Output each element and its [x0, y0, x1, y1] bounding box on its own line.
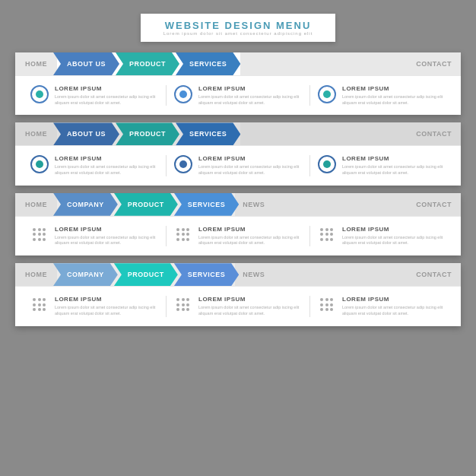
content-area-1: LOREM IPSUM Lorem ipsum dolor sit amet c… — [15, 75, 461, 115]
circle-icon-4 — [30, 155, 49, 173]
circle-inner-1 — [36, 90, 43, 98]
content-title-1-1: LOREM IPSUM — [55, 85, 158, 92]
grid-icon-5 — [174, 296, 192, 314]
content-desc-1-2: Lorem ipsum dolor sit amet consectetur a… — [198, 94, 302, 106]
nav-bar-1: HOME ABOUT US PRODUCT SERVICES CONTACT — [15, 52, 461, 75]
nav-bar-4: HOME COMPANY PRODUCT SERVICES NEWS CONTA… — [15, 263, 461, 286]
content-col-4-3: LOREM IPSUM Lorem ipsum dolor sit amet c… — [310, 296, 453, 316]
nav-about-1[interactable]: ABOUT US — [53, 52, 119, 75]
nav-company-3[interactable]: COMPANY — [53, 193, 118, 216]
content-text-1-3: LOREM IPSUM Lorem ipsum dolor sit amet c… — [342, 85, 446, 106]
content-title-1-3: LOREM IPSUM — [342, 85, 446, 92]
content-col-2-2: LOREM IPSUM Lorem ipsum dolor sit amet c… — [167, 155, 310, 176]
content-col-3-2: LOREM IPSUM Lorem ipsum dolor sit amet c… — [167, 226, 310, 246]
content-col-2-3: LOREM IPSUM Lorem ipsum dolor sit amet c… — [310, 155, 453, 176]
content-desc-2-1: Lorem ipsum dolor sit amet consectetur a… — [55, 164, 158, 176]
grid-icon-4 — [30, 296, 49, 314]
content-col-1-2: LOREM IPSUM Lorem ipsum dolor sit amet c… — [167, 85, 310, 106]
content-text-4-3: LOREM IPSUM Lorem ipsum dolor sit amet c… — [342, 296, 446, 316]
content-area-4: LOREM IPSUM Lorem ipsum dolor sit amet c… — [15, 286, 461, 325]
content-desc-2-3: Lorem ipsum dolor sit amet consectetur a… — [342, 164, 446, 176]
circle-inner-5 — [179, 160, 187, 168]
grid-icon-6 — [318, 296, 336, 314]
grid-icon-3 — [318, 226, 336, 244]
nav-home-3[interactable]: HOME — [15, 193, 57, 216]
content-text-3-3: LOREM IPSUM Lorem ipsum dolor sit amet c… — [342, 226, 446, 246]
content-desc-3-3: Lorem ipsum dolor sit amet consectetur a… — [342, 235, 446, 246]
content-col-1-1: LOREM IPSUM Lorem ipsum dolor sit amet c… — [23, 85, 167, 106]
content-desc-4-2: Lorem ipsum dolor sit amet consectetur a… — [198, 305, 302, 316]
content-col-4-2: LOREM IPSUM Lorem ipsum dolor sit amet c… — [167, 296, 310, 316]
content-text-3-1: LOREM IPSUM Lorem ipsum dolor sit amet c… — [55, 226, 158, 246]
nav-product-2[interactable]: PRODUCT — [116, 122, 179, 145]
menu-card-3: HOME COMPANY PRODUCT SERVICES NEWS CONTA… — [15, 193, 461, 255]
nav-news-3[interactable]: NEWS — [235, 193, 272, 216]
menu-card-4: HOME COMPANY PRODUCT SERVICES NEWS CONTA… — [15, 263, 461, 325]
content-text-1-2: LOREM IPSUM Lorem ipsum dolor sit amet c… — [198, 85, 302, 106]
page-subtitle: Lorem ipsum dolor sit amet consectetur a… — [163, 31, 313, 36]
nav-services-3[interactable]: SERVICES — [174, 193, 239, 216]
grid-icon-1 — [30, 226, 49, 244]
content-desc-1-1: Lorem ipsum dolor sit amet consectetur a… — [55, 94, 158, 106]
nav-contact-2[interactable]: CONTACT — [407, 122, 461, 145]
nav-spacer-1 — [240, 52, 407, 75]
content-title-2-1: LOREM IPSUM — [55, 155, 158, 162]
content-area-2: LOREM IPSUM Lorem ipsum dolor sit amet c… — [15, 145, 461, 185]
circle-inner-6 — [323, 160, 331, 168]
content-col-1-3: LOREM IPSUM Lorem ipsum dolor sit amet c… — [310, 85, 453, 106]
nav-spacer-2 — [240, 122, 407, 145]
content-col-2-1: LOREM IPSUM Lorem ipsum dolor sit amet c… — [23, 155, 167, 176]
nav-services-1[interactable]: SERVICES — [176, 52, 240, 75]
nav-bar-3: HOME COMPANY PRODUCT SERVICES NEWS CONTA… — [15, 193, 461, 216]
content-title-4-3: LOREM IPSUM — [342, 296, 446, 303]
grid-icon-2 — [174, 226, 192, 244]
nav-product-4[interactable]: PRODUCT — [114, 263, 178, 286]
nav-company-4[interactable]: COMPANY — [53, 263, 118, 286]
content-text-2-3: LOREM IPSUM Lorem ipsum dolor sit amet c… — [342, 155, 446, 176]
menu-card-1: HOME ABOUT US PRODUCT SERVICES CONTACT L… — [15, 52, 461, 115]
nav-services-4[interactable]: SERVICES — [174, 263, 239, 286]
content-title-4-1: LOREM IPSUM — [55, 296, 158, 303]
circle-inner-2 — [179, 90, 187, 98]
circle-inner-3 — [323, 90, 331, 98]
content-text-3-2: LOREM IPSUM Lorem ipsum dolor sit amet c… — [198, 226, 302, 246]
page-title: WEBSITE DESIGN MENU — [163, 20, 313, 31]
content-title-3-2: LOREM IPSUM — [198, 226, 302, 233]
content-col-3-1: LOREM IPSUM Lorem ipsum dolor sit amet c… — [23, 226, 167, 246]
content-title-1-2: LOREM IPSUM — [198, 85, 302, 92]
content-desc-3-2: Lorem ipsum dolor sit amet consectetur a… — [198, 235, 302, 246]
nav-home-1[interactable]: HOME — [15, 52, 57, 75]
content-desc-2-2: Lorem ipsum dolor sit amet consectetur a… — [198, 164, 302, 176]
nav-news-4[interactable]: NEWS — [235, 263, 272, 286]
circle-icon-5 — [174, 155, 192, 173]
nav-contact-4[interactable]: CONTACT — [407, 263, 461, 286]
content-text-4-2: LOREM IPSUM Lorem ipsum dolor sit amet c… — [198, 296, 302, 316]
content-desc-3-1: Lorem ipsum dolor sit amet consectetur a… — [55, 235, 158, 246]
menu-card-2: HOME ABOUT US PRODUCT SERVICES CONTACT L… — [15, 122, 461, 185]
nav-spacer-3 — [272, 193, 407, 216]
nav-home-4[interactable]: HOME — [15, 263, 57, 286]
nav-home-2[interactable]: HOME — [15, 122, 57, 145]
content-desc-4-3: Lorem ipsum dolor sit amet consectetur a… — [342, 305, 446, 316]
nav-about-2[interactable]: ABOUT US — [53, 122, 119, 145]
content-title-3-1: LOREM IPSUM — [55, 226, 158, 233]
content-area-3: LOREM IPSUM Lorem ipsum dolor sit amet c… — [15, 216, 461, 255]
content-col-3-3: LOREM IPSUM Lorem ipsum dolor sit amet c… — [310, 226, 453, 246]
page-title-box: WEBSITE DESIGN MENU Lorem ipsum dolor si… — [141, 14, 336, 42]
content-title-2-3: LOREM IPSUM — [342, 155, 446, 162]
circle-inner-4 — [36, 160, 43, 168]
content-desc-4-1: Lorem ipsum dolor sit amet consectetur a… — [55, 305, 158, 316]
nav-services-2[interactable]: SERVICES — [176, 122, 240, 145]
content-title-4-2: LOREM IPSUM — [198, 296, 302, 303]
content-text-2-2: LOREM IPSUM Lorem ipsum dolor sit amet c… — [198, 155, 302, 176]
nav-product-3[interactable]: PRODUCT — [114, 193, 178, 216]
content-title-3-3: LOREM IPSUM — [342, 226, 446, 233]
circle-icon-6 — [318, 155, 336, 173]
nav-product-1[interactable]: PRODUCT — [116, 52, 179, 75]
content-text-2-1: LOREM IPSUM Lorem ipsum dolor sit amet c… — [55, 155, 158, 176]
content-col-4-1: LOREM IPSUM Lorem ipsum dolor sit amet c… — [23, 296, 167, 316]
nav-contact-1[interactable]: CONTACT — [407, 52, 461, 75]
circle-icon-3 — [318, 85, 336, 103]
nav-bar-2: HOME ABOUT US PRODUCT SERVICES CONTACT — [15, 122, 461, 145]
nav-contact-3[interactable]: CONTACT — [407, 193, 461, 216]
